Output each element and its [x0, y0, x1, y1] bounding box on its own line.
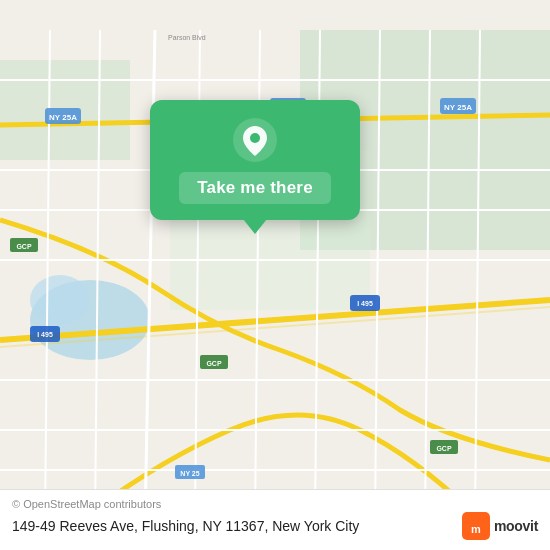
svg-text:GCP: GCP [206, 360, 222, 367]
moovit-label: moovit [494, 518, 538, 534]
svg-text:NY 25: NY 25 [180, 470, 199, 477]
attribution: © OpenStreetMap contributors [12, 498, 538, 510]
svg-text:Parson Blvd: Parson Blvd [168, 34, 206, 41]
location-pin-icon [233, 118, 277, 162]
address-row: 149-49 Reeves Ave, Flushing, NY 11367, N… [12, 512, 538, 540]
address-text: 149-49 Reeves Ave, Flushing, NY 11367, N… [12, 518, 359, 534]
svg-text:NY 25A: NY 25A [49, 113, 77, 122]
map-svg: NY 25A NY 25A NY 25A I 495 I 495 GCP GCP… [0, 0, 550, 550]
bottom-bar: © OpenStreetMap contributors 149-49 Reev… [0, 489, 550, 550]
popup-card: Take me there [150, 100, 360, 220]
attribution-text: © OpenStreetMap contributors [12, 498, 161, 510]
svg-text:GCP: GCP [16, 243, 32, 250]
svg-point-3 [30, 275, 90, 325]
svg-text:GCP: GCP [436, 445, 452, 452]
map-container: NY 25A NY 25A NY 25A I 495 I 495 GCP GCP… [0, 0, 550, 550]
moovit-logo: m moovit [462, 512, 538, 540]
take-me-there-button[interactable]: Take me there [179, 172, 331, 204]
svg-text:I 495: I 495 [37, 331, 53, 338]
svg-point-44 [250, 133, 260, 143]
moovit-brand-icon: m [462, 512, 490, 540]
svg-text:m: m [471, 523, 481, 535]
svg-text:I 495: I 495 [357, 300, 373, 307]
svg-text:NY 25A: NY 25A [444, 103, 472, 112]
